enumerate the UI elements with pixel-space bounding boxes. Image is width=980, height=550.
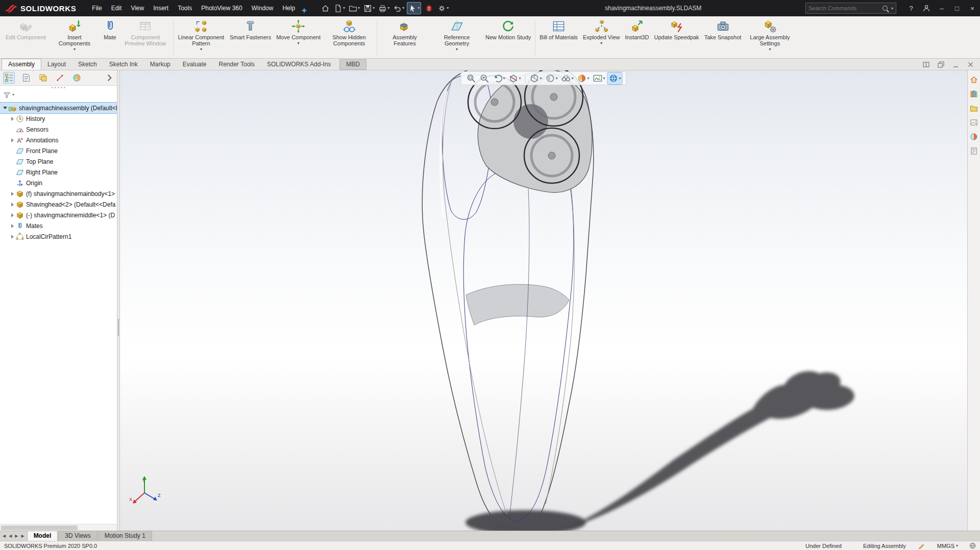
reference-geometry-button[interactable]: Reference Geometry ▾ (431, 18, 483, 58)
help-button[interactable]: ? (903, 0, 919, 16)
dropdown-arrow-icon[interactable]: ▾ (519, 76, 521, 81)
expand-arrow[interactable] (9, 137, 15, 143)
home-button[interactable] (319, 2, 331, 14)
design-library-icon[interactable] (970, 90, 978, 98)
split-window-icon[interactable] (923, 61, 929, 68)
bill-of-materials-button[interactable]: Bill of Materials (537, 18, 580, 58)
tab-motion-study-1[interactable]: Motion Study 1 (98, 531, 152, 541)
exploded-view-button[interactable]: Exploded View ▾ (580, 18, 623, 58)
edit-appearance-button[interactable]: ▾ (576, 72, 591, 84)
tree-item-middle-component[interactable]: (-) shavingmachinemiddle<1> (D (0, 210, 117, 220)
nav-last-icon[interactable]: ▶ (20, 534, 25, 538)
menu-view[interactable]: View (126, 0, 149, 16)
expand-arrow[interactable] (9, 116, 15, 122)
tab-3d-views[interactable]: 3D Views (58, 531, 97, 541)
close-button[interactable]: × (965, 0, 980, 16)
unit-system-selector[interactable]: MMGS ▾ (937, 543, 958, 549)
tree-item-shavinghead-component[interactable]: Shavinghead<2> (Default<<Defa (0, 199, 117, 210)
dropdown-arrow-icon[interactable]: ▾ (456, 47, 458, 52)
dropdown-arrow-icon[interactable]: ▾ (358, 6, 360, 10)
tree-item-localcirpattern[interactable]: LocalCirPattern1 (0, 231, 117, 242)
tree-horizontal-scrollbar[interactable] (0, 524, 117, 531)
user-account-button[interactable] (919, 0, 934, 16)
view-palette-icon[interactable] (970, 118, 978, 127)
smart-fasteners-button[interactable]: Smart Fasteners (227, 18, 274, 58)
tab-sketch[interactable]: Sketch (72, 59, 103, 70)
displaymanager-tab[interactable] (71, 72, 82, 83)
dropdown-arrow-icon[interactable]: ▾ (343, 6, 345, 10)
dropdown-arrow-icon[interactable]: ▾ (200, 47, 202, 52)
dropdown-arrow-icon[interactable]: ▾ (387, 6, 389, 10)
tab-render-tools[interactable]: Render Tools (212, 59, 261, 70)
expand-arrow[interactable] (2, 105, 8, 111)
menu-edit[interactable]: Edit (107, 0, 127, 16)
select-tool-button[interactable]: ▾ (407, 2, 421, 14)
file-explorer-icon[interactable] (970, 104, 978, 112)
dropdown-arrow-icon[interactable]: ▾ (572, 76, 574, 81)
nav-prev-icon[interactable]: ◀ (8, 534, 13, 538)
new-document-button[interactable]: ▾ (333, 2, 346, 14)
dropdown-arrow-icon[interactable]: ▾ (603, 76, 605, 81)
take-snapshot-button[interactable]: Take Snapshot (702, 18, 744, 58)
menu-photoview[interactable]: PhotoView 360 (197, 0, 247, 16)
tab-evaluate[interactable]: Evaluate (177, 59, 213, 70)
solidworks-resources-icon[interactable] (970, 76, 978, 84)
mate-button[interactable]: Mate (101, 18, 119, 58)
dropdown-arrow-icon[interactable]: ▾ (418, 6, 420, 10)
view-orientation-button[interactable]: ▾ (528, 72, 543, 84)
minimize-button[interactable]: – (934, 0, 949, 16)
tree-item-right-plane[interactable]: Right Plane (0, 167, 117, 178)
component-preview-window-button[interactable]: Component Preview Window (119, 18, 172, 58)
dropdown-arrow-icon[interactable]: ▾ (956, 544, 958, 548)
dropdown-arrow-icon[interactable]: ▾ (540, 76, 542, 81)
zoom-to-fit-button[interactable] (465, 72, 477, 84)
rebuild-button[interactable] (423, 2, 435, 14)
tree-item-history[interactable]: History (0, 113, 117, 124)
search-input[interactable] (808, 5, 883, 11)
undo-button[interactable]: ▾ (392, 2, 405, 14)
splitter-handle[interactable] (118, 319, 119, 336)
configurationmanager-tab[interactable] (38, 72, 48, 83)
menu-tools[interactable]: Tools (173, 0, 197, 16)
close-window-icon[interactable] (967, 61, 974, 68)
move-component-button[interactable]: Move Component ▾ (274, 18, 323, 58)
expand-arrow[interactable] (9, 234, 15, 240)
large-assembly-settings-button[interactable]: Large Assembly Settings ▾ (744, 18, 796, 58)
tray-globe-icon[interactable] (969, 542, 976, 549)
view-settings-button[interactable]: ▾ (608, 72, 622, 84)
save-button[interactable]: ▾ (362, 2, 376, 14)
linear-component-pattern-button[interactable]: Linear Component Pattern ▾ (175, 18, 227, 58)
tab-model[interactable]: Model (27, 531, 58, 541)
print-button[interactable]: ▾ (377, 2, 390, 14)
tab-mbd[interactable]: MBD (339, 59, 366, 70)
dropdown-arrow-icon[interactable]: ▾ (447, 6, 449, 10)
dropdown-arrow-icon[interactable]: ▾ (503, 76, 505, 81)
tree-item-top-plane[interactable]: Top Plane (0, 156, 117, 167)
dropdown-arrow-icon[interactable]: ▾ (12, 93, 14, 97)
dropdown-arrow-icon[interactable]: ▾ (891, 6, 893, 11)
viewport-canvas[interactable]: ▾ ▾ ▾ ▾ ▾ ▾ ▾ ▾ Y X Z (120, 70, 967, 531)
search-icon[interactable] (883, 6, 888, 11)
hide-show-items-button[interactable]: ▾ (560, 72, 575, 84)
tab-assembly[interactable]: Assembly (2, 59, 41, 70)
dropdown-arrow-icon[interactable]: ▾ (619, 76, 621, 81)
new-motion-study-button[interactable]: New Motion Study (483, 18, 533, 58)
tree-filter[interactable]: ▾ (0, 89, 117, 101)
assembly-features-button[interactable]: Assembly Features (379, 18, 431, 58)
tree-item-origin[interactable]: Origin (0, 178, 117, 188)
nav-first-icon[interactable]: ◀ (2, 534, 7, 538)
expand-arrow[interactable] (9, 212, 15, 218)
tree-item-sensors[interactable]: Sensors (0, 124, 117, 135)
zoom-to-area-button[interactable] (478, 72, 490, 84)
dropdown-arrow-icon[interactable]: ▾ (298, 41, 300, 45)
apply-scene-button[interactable]: ▾ (592, 72, 606, 84)
propertymanager-tab[interactable] (21, 72, 32, 83)
dropdown-arrow-icon[interactable]: ▾ (600, 41, 602, 45)
dropdown-arrow-icon[interactable]: ▾ (769, 47, 771, 52)
featuremanager-tree-tab[interactable] (3, 72, 15, 84)
tab-sketch-ink[interactable]: Sketch Ink (103, 59, 144, 70)
instant3d-button[interactable]: Instant3D (622, 18, 651, 58)
scrollbar-thumb[interactable] (1, 526, 78, 530)
expand-arrow[interactable] (9, 191, 15, 197)
section-view-button[interactable]: ▾ (507, 72, 522, 84)
